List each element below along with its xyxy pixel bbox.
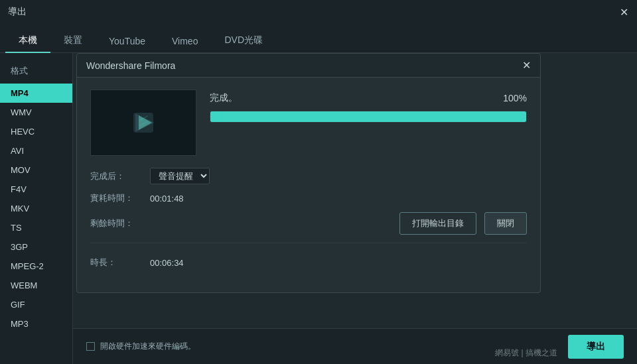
sidebar-item-mpeg2[interactable]: MPEG-2 bbox=[0, 257, 72, 276]
filmora-logo-icon bbox=[127, 106, 160, 139]
top-row: 完成。 100% bbox=[90, 90, 527, 156]
sidebar-item-mkv[interactable]: MKV bbox=[0, 199, 72, 218]
tab-dvd[interactable]: DVD光碟 bbox=[211, 29, 276, 53]
progress-bar-background bbox=[210, 111, 527, 123]
sidebar-item-ts[interactable]: TS bbox=[0, 218, 72, 237]
hardware-acceleration-label: 開啟硬件加速來硬件編碼。 bbox=[100, 341, 196, 352]
title-bar: 導出 ✕ bbox=[0, 0, 637, 24]
format-label: 格式 bbox=[0, 61, 72, 84]
tab-local[interactable]: 本機 bbox=[5, 29, 50, 53]
dialog-close-button[interactable]: ✕ bbox=[522, 59, 531, 72]
hardware-acceleration-row: 開啟硬件加速來硬件編碼。 bbox=[86, 341, 196, 352]
dialog-title-bar: Wondershare Filmora ✕ bbox=[77, 54, 540, 78]
progress-percent: 100% bbox=[503, 93, 527, 103]
elapsed-time-row: 實耗時間： 00:01:48 bbox=[90, 192, 527, 204]
sidebar-item-3gp[interactable]: 3GP bbox=[0, 237, 72, 257]
progress-dialog: Wondershare Filmora ✕ bbox=[76, 53, 541, 293]
video-thumbnail bbox=[90, 90, 196, 156]
duration-label: 時長： bbox=[90, 257, 150, 269]
dialog-body: 完成。 100% 完成后： 聲音提醒 bbox=[77, 78, 540, 292]
remaining-time-label: 剩餘時間： bbox=[90, 217, 150, 229]
dialog-buttons: 打開輸出目錄 關閉 bbox=[399, 212, 527, 235]
sidebar-item-webm[interactable]: WEBM bbox=[0, 276, 72, 295]
main-window: 導出 ✕ 本機 裝置 YouTube Vimeo DVD光碟 格式 MP4 WM… bbox=[0, 0, 637, 364]
duration-value: 00:06:34 bbox=[150, 258, 184, 268]
progress-header: 完成。 100% bbox=[210, 92, 527, 104]
tab-device[interactable]: 裝置 bbox=[50, 29, 96, 53]
sidebar-item-wmv[interactable]: WMV bbox=[0, 103, 72, 122]
after-complete-select[interactable]: 聲音提醒 bbox=[150, 168, 210, 184]
elapsed-time-label: 實耗時間： bbox=[90, 192, 150, 204]
sidebar: 格式 MP4 WMV HEVC AVI MOV F4V MKV TS 3GP M… bbox=[0, 53, 73, 364]
title-bar-text: 導出 bbox=[8, 6, 27, 18]
after-complete-row: 完成后： 聲音提醒 bbox=[90, 168, 527, 184]
hardware-acceleration-checkbox[interactable] bbox=[86, 342, 95, 351]
progress-label: 完成。 bbox=[210, 92, 238, 104]
sidebar-item-gif[interactable]: GIF bbox=[0, 295, 72, 314]
tab-vimeo[interactable]: Vimeo bbox=[159, 30, 211, 53]
duration-row: 時長： 00:06:34 bbox=[90, 250, 527, 271]
sidebar-item-mov[interactable]: MOV bbox=[0, 160, 72, 180]
sidebar-item-avi[interactable]: AVI bbox=[0, 141, 72, 160]
window-close-button[interactable]: ✕ bbox=[618, 7, 629, 17]
sidebar-item-f4v[interactable]: F4V bbox=[0, 180, 72, 199]
content-area: 格式 MP4 WMV HEVC AVI MOV F4V MKV TS 3GP M… bbox=[0, 53, 637, 364]
divider bbox=[90, 243, 527, 243]
elapsed-time-value: 00:01:48 bbox=[150, 194, 184, 204]
sidebar-item-mp4[interactable]: MP4 bbox=[0, 84, 72, 103]
close-dialog-button[interactable]: 關閉 bbox=[484, 212, 527, 235]
main-panel: Wondershare Filmora ✕ bbox=[73, 53, 637, 364]
tab-bar: 本機 裝置 YouTube Vimeo DVD光碟 bbox=[0, 24, 637, 53]
sidebar-item-hevc[interactable]: HEVC bbox=[0, 122, 72, 141]
dialog-title: Wondershare Filmora bbox=[86, 60, 175, 71]
open-folder-button[interactable]: 打開輸出目錄 bbox=[399, 212, 476, 235]
after-complete-label: 完成后： bbox=[90, 170, 150, 182]
watermark: 網易號 | 搞機之道 bbox=[495, 347, 557, 359]
export-button[interactable]: 導出 bbox=[568, 335, 624, 359]
progress-bar-fill bbox=[210, 111, 526, 122]
remaining-time-row: 剩餘時間： bbox=[90, 217, 150, 229]
sidebar-item-mp3[interactable]: MP3 bbox=[0, 314, 72, 334]
progress-area: 完成。 100% bbox=[210, 90, 527, 123]
after-complete-dropdown[interactable]: 聲音提醒 bbox=[150, 168, 210, 184]
tab-youtube[interactable]: YouTube bbox=[96, 30, 159, 53]
